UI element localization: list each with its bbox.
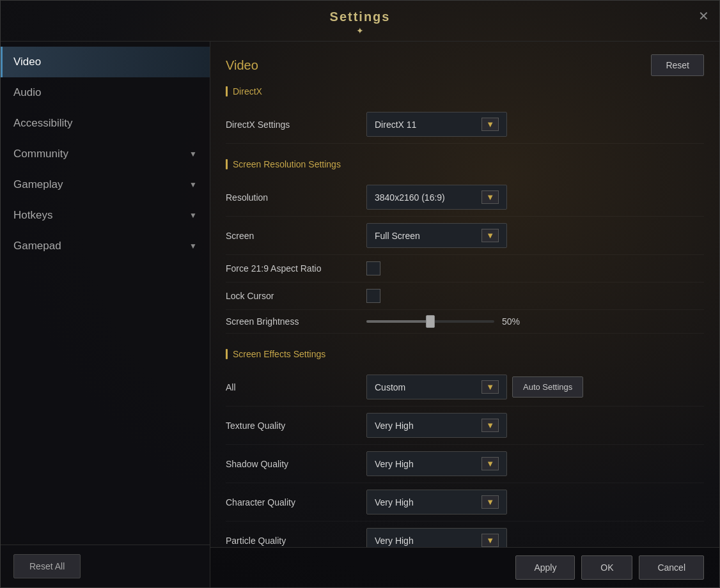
reset-all-button[interactable]: Reset All — [13, 554, 81, 578]
content-scroll: Video Reset DirectXDirectX SettingsDirec… — [210, 42, 719, 547]
setting-control-directx-settings: DirectX 11▼ — [366, 112, 704, 137]
setting-row-lock-cursor: Lock Cursor — [226, 282, 704, 310]
setting-label-directx-settings: DirectX Settings — [226, 120, 366, 130]
setting-label-shadow-quality: Shadow Quality — [226, 459, 366, 469]
sidebar-item-label-audio: Audio — [13, 86, 41, 99]
sidebar: VideoAudioAccessibilityCommunity▼Gamepla… — [1, 42, 210, 587]
sidebar-nav: VideoAudioAccessibilityCommunity▼Gamepla… — [1, 47, 210, 261]
setting-label-resolution: Resolution — [226, 192, 366, 203]
setting-control-shadow-quality: Very High▼ — [366, 451, 704, 476]
dropdown-shadow-quality[interactable]: Very High▼ — [366, 451, 507, 476]
setting-row-particle-quality: Particle QualityVery High▼ — [226, 522, 704, 547]
slider-thumb-screen-brightness[interactable] — [426, 315, 435, 328]
setting-label-force-aspect: Force 21:9 Aspect Ratio — [226, 263, 366, 274]
setting-row-all: AllCustom▼Auto Settings — [226, 368, 704, 406]
sidebar-footer: Reset All — [1, 545, 210, 587]
sidebar-item-label-community: Community — [13, 148, 68, 160]
setting-row-directx-settings: DirectX SettingsDirectX 11▼ — [226, 105, 704, 144]
sidebar-item-label-gamepad: Gamepad — [13, 240, 61, 252]
reset-button[interactable]: Reset — [651, 54, 704, 76]
chevron-down-icon: ▼ — [481, 419, 499, 432]
chevron-down-icon: ▼ — [481, 229, 499, 242]
dropdown-value-character-quality: Very High — [375, 497, 414, 507]
page-title: Video — [226, 58, 258, 73]
setting-row-resolution: Resolution3840x2160 (16:9)▼ — [226, 178, 704, 217]
setting-row-character-quality: Character QualityVery High▼ — [226, 483, 704, 522]
chevron-down-icon: ▼ — [189, 242, 197, 251]
setting-row-screen: ScreenFull Screen▼ — [226, 217, 704, 255]
sidebar-item-accessibility[interactable]: Accessibility — [1, 108, 210, 139]
sidebar-item-label-hotkeys: Hotkeys — [13, 209, 52, 222]
setting-row-texture-quality: Texture QualityVery High▼ — [226, 406, 704, 445]
setting-row-screen-brightness: Screen Brightness 50% — [226, 310, 704, 334]
sidebar-item-gamepad[interactable]: Gamepad▼ — [1, 231, 210, 261]
dropdown-resolution[interactable]: 3840x2160 (16:9)▼ — [366, 185, 507, 210]
ok-button[interactable]: OK — [581, 555, 632, 580]
slider-container-screen-brightness: 50% — [366, 316, 704, 327]
sections-container: DirectXDirectX SettingsDirectX 11▼Screen… — [226, 86, 704, 547]
checkbox-force-aspect[interactable] — [366, 261, 380, 275]
section-directx: DirectXDirectX SettingsDirectX 11▼ — [226, 86, 704, 144]
main-content: Video Reset DirectXDirectX SettingsDirec… — [210, 42, 719, 587]
chevron-down-icon: ▼ — [481, 118, 499, 131]
sidebar-item-audio[interactable]: Audio — [1, 77, 210, 108]
sidebar-item-community[interactable]: Community▼ — [1, 139, 210, 169]
setting-control-all: Custom▼Auto Settings — [366, 375, 704, 399]
dropdown-texture-quality[interactable]: Very High▼ — [366, 413, 507, 438]
apply-button[interactable]: Apply — [515, 555, 575, 580]
dropdown-particle-quality[interactable]: Very High▼ — [366, 528, 507, 547]
setting-control-texture-quality: Very High▼ — [366, 413, 704, 438]
chevron-down-icon: ▼ — [481, 457, 499, 470]
dropdown-screen[interactable]: Full Screen▼ — [366, 223, 507, 248]
auto-settings-button[interactable]: Auto Settings — [512, 376, 583, 398]
chevron-down-icon: ▼ — [481, 380, 499, 394]
dropdown-value-screen: Full Screen — [375, 231, 420, 241]
dropdown-all[interactable]: Custom▼ — [366, 375, 507, 399]
setting-control-screen-brightness: 50% — [366, 316, 704, 327]
setting-control-character-quality: Very High▼ — [366, 490, 704, 514]
dialog-header: Settings ✦ ✕ — [1, 1, 719, 42]
setting-label-screen: Screen — [226, 231, 366, 241]
setting-control-force-aspect — [366, 261, 704, 275]
section-title-directx: DirectX — [226, 86, 704, 97]
setting-label-screen-brightness: Screen Brightness — [226, 316, 366, 327]
setting-label-texture-quality: Texture Quality — [226, 421, 366, 431]
content-header-row: Video Reset — [226, 54, 704, 76]
slider-track-screen-brightness[interactable] — [366, 320, 494, 323]
dropdown-value-shadow-quality: Very High — [375, 459, 414, 469]
dropdown-value-particle-quality: Very High — [375, 536, 414, 546]
sidebar-item-gameplay[interactable]: Gameplay▼ — [1, 169, 210, 200]
checkbox-lock-cursor[interactable] — [366, 289, 380, 303]
cancel-button[interactable]: Cancel — [639, 555, 704, 580]
setting-label-particle-quality: Particle Quality — [226, 536, 366, 546]
setting-label-character-quality: Character Quality — [226, 497, 366, 507]
section-screen-resolution: Screen Resolution SettingsResolution3840… — [226, 159, 704, 334]
chevron-down-icon: ▼ — [189, 150, 197, 159]
dropdown-value-texture-quality: Very High — [375, 421, 414, 431]
dialog-footer: Apply OK Cancel — [210, 547, 719, 587]
sidebar-item-label-gameplay: Gameplay — [13, 178, 63, 191]
sidebar-item-label-video: Video — [13, 56, 41, 68]
dropdown-directx-settings[interactable]: DirectX 11▼ — [366, 112, 507, 137]
setting-label-all: All — [226, 382, 366, 392]
setting-control-resolution: 3840x2160 (16:9)▼ — [366, 185, 704, 210]
close-button[interactable]: ✕ — [698, 10, 709, 22]
sidebar-item-hotkeys[interactable]: Hotkeys▼ — [1, 200, 210, 231]
dialog-ornament: ✦ — [1, 26, 719, 36]
sidebar-item-label-accessibility: Accessibility — [13, 117, 73, 130]
dialog-body: VideoAudioAccessibilityCommunity▼Gamepla… — [1, 42, 719, 587]
setting-control-lock-cursor — [366, 289, 704, 303]
dropdown-character-quality[interactable]: Very High▼ — [366, 490, 507, 514]
setting-label-lock-cursor: Lock Cursor — [226, 291, 366, 301]
section-title-screen-effects: Screen Effects Settings — [226, 349, 704, 359]
settings-dialog: Settings ✦ ✕ VideoAudioAccessibilityComm… — [0, 0, 720, 588]
setting-row-force-aspect: Force 21:9 Aspect Ratio — [226, 255, 704, 282]
sidebar-item-video[interactable]: Video — [1, 47, 210, 77]
dropdown-value-resolution: 3840x2160 (16:9) — [375, 192, 445, 203]
dropdown-value-all: Custom — [375, 382, 405, 392]
section-screen-effects: Screen Effects SettingsAllCustom▼Auto Se… — [226, 349, 704, 547]
setting-row-shadow-quality: Shadow QualityVery High▼ — [226, 445, 704, 483]
chevron-down-icon: ▼ — [481, 534, 499, 547]
chevron-down-icon: ▼ — [189, 211, 197, 220]
setting-control-screen: Full Screen▼ — [366, 223, 704, 248]
